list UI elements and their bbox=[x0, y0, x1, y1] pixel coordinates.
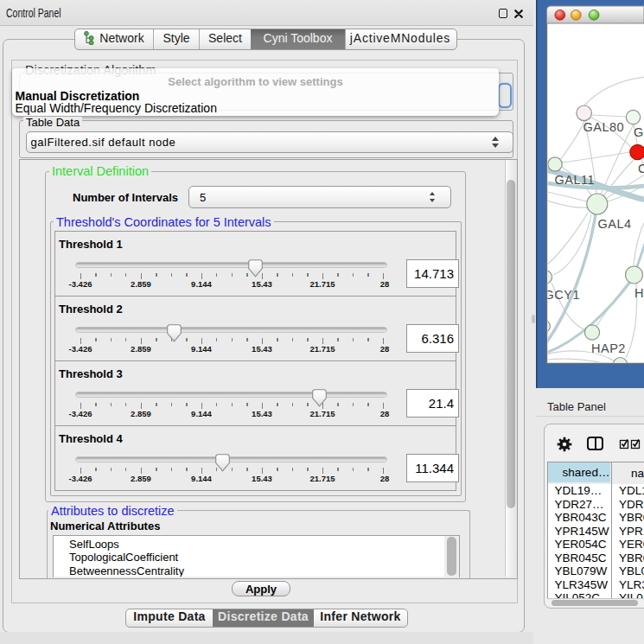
svg-text:HA: HA bbox=[634, 286, 644, 300]
svg-text:GAL11: GAL11 bbox=[555, 173, 596, 187]
svg-text:GAL4: GAL4 bbox=[598, 217, 632, 231]
svg-text:HAP2: HAP2 bbox=[591, 341, 626, 355]
svg-text:CY: CY bbox=[638, 162, 644, 175]
svg-text:GAL80: GAL80 bbox=[583, 120, 625, 134]
svg-text:GA: GA bbox=[634, 125, 644, 139]
svg-text:GCY1: GCY1 bbox=[545, 288, 581, 302]
